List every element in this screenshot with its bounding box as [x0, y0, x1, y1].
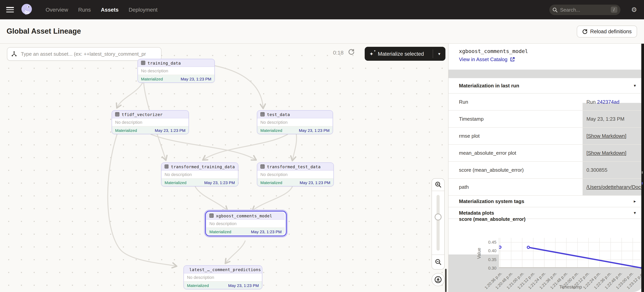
y-axis-label: Value [477, 240, 482, 267]
zoom-slider[interactable] [432, 191, 444, 255]
refresh-icon[interactable] [348, 49, 355, 55]
download-graph-button[interactable] [432, 273, 445, 286]
page-title: Global Asset Lineage [6, 27, 81, 36]
zoom-in-button[interactable] [432, 179, 444, 191]
y-tick-label: 0.40 [481, 248, 496, 253]
score-chart-plot-area [499, 238, 642, 268]
materialization-time: May 23, 1:23 PM [204, 180, 235, 185]
asset-node-description: No description [206, 220, 285, 228]
path-link[interactable]: /Users/odetteharary/Documents/version [586, 184, 644, 190]
asset-node-description: No description [257, 118, 332, 126]
nav-links: Overview Runs Assets Deployment [46, 7, 158, 13]
asset-node-transformed-training-data[interactable]: transformed_training_data No description… [161, 162, 238, 186]
metadata-row-score: score (mean_absolute_error) 0.300855 [448, 162, 644, 179]
asset-node-name: latest_…_comment_predictions [189, 267, 261, 272]
top-nav: Overview Runs Assets Deployment Search..… [0, 0, 644, 19]
right-edge-scrollbar[interactable] [641, 44, 644, 292]
status-badge: Materialized [115, 128, 137, 132]
y-tick-label: 0.30 [481, 266, 496, 270]
zoom-out-icon [435, 259, 441, 265]
materialize-selected-label: Materialize selected [378, 51, 424, 57]
show-markdown-link[interactable]: [Show Markdown] [586, 133, 626, 139]
asset-node-description: No description [112, 118, 188, 126]
metadata-row-mae-plot: mean_absolute_error plot [Show Markdown] [448, 145, 644, 162]
hamburger-menu-icon[interactable] [6, 7, 14, 12]
nav-item-assets[interactable]: Assets [101, 7, 118, 13]
reload-icon [582, 29, 588, 34]
materialization-time: May 23, 1:23 PM [180, 76, 211, 81]
materialize-dropdown-button[interactable]: ▾ [433, 50, 446, 58]
asset-node-description: No description [257, 171, 334, 179]
view-in-asset-catalog-link[interactable]: View in Asset Catalog [459, 57, 515, 62]
chevron-right-icon: ▸ [634, 199, 636, 204]
asset-node-name: training_data [148, 61, 181, 65]
asset-node-xgboost-comments-model-selected[interactable]: xgboost_comments_model No description Ma… [205, 211, 287, 236]
asset-node-name: tfidf_vectorizer [122, 112, 163, 117]
asset-node-name: transformed_test_data [267, 164, 321, 169]
section-materialization-last-run[interactable]: Materialization in last run ▾ [448, 78, 644, 94]
materialization-time: May 23, 1:23 PM [251, 229, 282, 234]
page-header: Global Asset Lineage Reload definitions [0, 19, 644, 44]
zoom-slider-thumb[interactable] [434, 213, 442, 220]
asset-details-panel: xgboost_comments_model View in Asset Cat… [448, 44, 644, 292]
asset-node-transformed-test-data[interactable]: transformed_test_data No description Mat… [257, 162, 334, 186]
y-tick-label: 0.45 [481, 240, 496, 244]
chevron-down-icon: ▾ [438, 51, 440, 56]
refresh-countdown: 0:18 [333, 50, 344, 56]
asset-node-tfidf-vectorizer[interactable]: tfidf_vectorizer No description Material… [112, 110, 189, 134]
zoom-controls [432, 178, 445, 269]
show-markdown-link[interactable]: [Show Markdown] [586, 150, 626, 156]
reload-definitions-label: Reload definitions [590, 29, 632, 35]
asset-node-description: No description [184, 273, 262, 281]
section-materialization-system-tags[interactable]: Materialization system tags ▸ [448, 196, 644, 207]
materialization-time: May 23, 1:23 PM [300, 180, 330, 185]
chart-title: score (mean_absolute_error) [459, 217, 526, 222]
asset-subset-input[interactable] [20, 51, 157, 57]
nav-item-runs[interactable]: Runs [78, 7, 91, 13]
materialization-time: May 23, 1:23 PM [228, 283, 259, 287]
asset-node-description: No description [138, 67, 214, 75]
materialization-time: May 23, 1:23 PM [155, 128, 186, 132]
asset-graph-pane[interactable]: 0:18 ✦ ✦ Materialize selected ▾ training… [0, 44, 448, 292]
asset-node-name: transformed_training_data [171, 164, 235, 169]
status-badge: Materialized [260, 128, 282, 132]
asset-node-test-data[interactable]: test_data No description MaterializedMay… [257, 110, 333, 134]
panel-divider-band [448, 70, 644, 78]
zoom-out-button[interactable] [432, 255, 444, 269]
zoom-slider-track [436, 195, 440, 251]
graph-filter-icon [11, 51, 17, 57]
materialize-selected-button[interactable]: ✦ ✦ Materialize selected ▾ [365, 47, 446, 61]
gear-icon[interactable]: ⚙ [631, 7, 637, 13]
reload-definitions-button[interactable]: Reload definitions [576, 26, 637, 38]
table-icon [115, 112, 119, 116]
table-icon [260, 112, 265, 116]
nav-item-deployment[interactable]: Deployment [129, 7, 158, 13]
global-search-input[interactable]: Search... / [549, 5, 620, 15]
run-id-link[interactable]: 242374ad [597, 99, 620, 105]
y-tick-label: 0.35 [481, 257, 496, 262]
materialization-time: May 23, 1:23 PM [299, 128, 330, 132]
dagster-logo-icon[interactable] [20, 3, 33, 16]
asset-node-name: test_data [267, 112, 290, 117]
search-shortcut-badge: / [610, 7, 617, 13]
metadata-row-rmse-plot: rmse plot [Show Markdown] [448, 128, 644, 145]
status-badge: Materialized [164, 180, 186, 185]
status-badge: Materialized [187, 283, 209, 287]
search-placeholder: Search... [560, 7, 611, 13]
table-icon [210, 213, 214, 218]
nav-item-overview[interactable]: Overview [46, 7, 68, 13]
metadata-row-path: path /Users/odetteharary/Documents/versi… [448, 179, 644, 196]
download-icon [434, 276, 442, 283]
zoom-in-icon [435, 181, 441, 188]
asset-node-training-data[interactable]: training_data No description Materialize… [138, 59, 215, 83]
table-icon [164, 164, 169, 169]
app: Overview Runs Assets Deployment Search..… [0, 0, 644, 292]
asset-node-name: xgboost_comments_model [216, 213, 272, 218]
graph-scrollbar[interactable] [445, 269, 446, 292]
asset-node-latest-comment-predictions[interactable]: latest_…_comment_predictions No descript… [184, 265, 262, 289]
panel-asset-name: xgboost_comments_model [459, 48, 528, 54]
metadata-row-run: Run Run 242374ad [448, 94, 644, 111]
chevron-down-icon: ▾ [634, 210, 636, 215]
chart-data-point [499, 246, 501, 248]
asset-subset-filter[interactable] [7, 47, 162, 61]
